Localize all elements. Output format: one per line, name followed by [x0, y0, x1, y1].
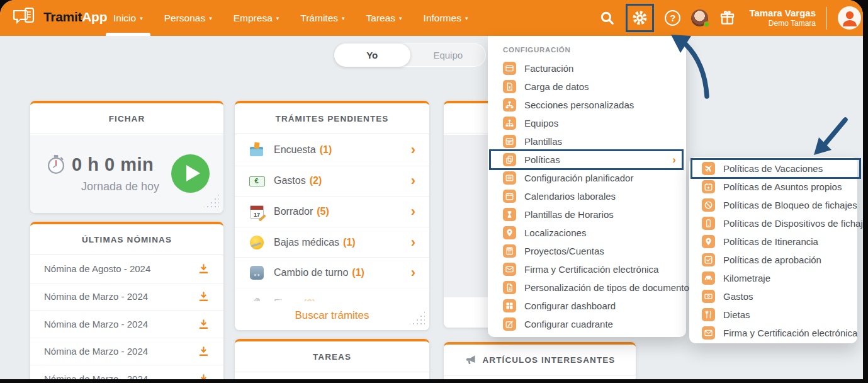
config-menu-item[interactable]: Facturación — [488, 59, 686, 77]
submenu-item[interactable]: Firma y Certificación electrónica — [689, 324, 857, 342]
menu-item-icon — [503, 226, 516, 239]
chevron-right-icon[interactable] — [411, 205, 415, 219]
view-toggle-option[interactable]: Equipo — [410, 43, 487, 67]
nomina-row[interactable]: Nómina de Marzo - 2024 — [30, 310, 223, 338]
tramite-row[interactable]: Bajas médicas (1) — [235, 227, 429, 258]
menu-item-icon — [503, 171, 516, 185]
download-icon[interactable] — [198, 263, 210, 275]
config-menu-item[interactable]: Plantillas de Horarios — [488, 205, 686, 224]
brand-logo[interactable]: TramitApp — [11, 5, 107, 29]
view-toggle-option[interactable]: Yo — [334, 43, 410, 67]
config-menu-item[interactable]: Políticas › — [488, 151, 686, 169]
chevron-right-icon[interactable] — [411, 236, 415, 249]
fichar-card: FICHAR 0 h 0 min Jornada de hoy — [30, 101, 223, 213]
tramite-row[interactable]: Cambio de turno (1) — [235, 257, 429, 288]
tramite-row[interactable]: Firma (2) — [235, 288, 429, 301]
buscar-tramites-link[interactable]: Buscar trámites — [295, 309, 369, 322]
search-icon[interactable] — [599, 10, 615, 26]
menu-item-icon — [503, 190, 516, 203]
avatar[interactable] — [838, 6, 861, 30]
submenu-item-icon — [702, 326, 715, 340]
submenu-item[interactable]: Políticas de Dispositivos de fichajes — [689, 214, 857, 232]
submenu-item[interactable]: Kilometraje — [689, 269, 857, 287]
menu-item-label: Calendarios laborales — [524, 191, 616, 202]
config-menu-item[interactable]: Equipos — [488, 114, 686, 132]
tramite-label: Borrador — [274, 206, 313, 217]
tareas-card-title: TAREAS — [235, 341, 429, 372]
user-subtitle: Demo Tamara — [749, 19, 816, 28]
config-menu-item[interactable]: Configurar cuadrante — [488, 315, 686, 333]
submenu-item-label: Dietas — [723, 309, 750, 320]
nav-item[interactable]: Trámites — [290, 0, 355, 36]
config-menu-item[interactable]: Localizaciones — [488, 224, 686, 242]
user-block[interactable]: Tamara Vargas Demo Tamara — [749, 8, 816, 29]
nomina-row[interactable]: Nómina de Marzo - 2024 — [30, 283, 223, 311]
menu-item-icon — [503, 299, 516, 312]
config-menu-item[interactable]: Plantillas — [488, 132, 686, 151]
tramite-count: (1) — [320, 144, 332, 156]
menu-item-label: Plantillas de Horarios — [524, 209, 614, 220]
tramite-row[interactable]: Encuesta (1) — [235, 135, 429, 166]
config-menu-item[interactable]: Carga de datos — [488, 77, 686, 96]
tramite-row[interactable]: Borrador (5) — [235, 196, 429, 227]
submenu-item[interactable]: Políticas de Bloqueo de fichajes — [689, 196, 857, 214]
config-menu-item[interactable]: Configurar dashboard — [488, 297, 686, 315]
submenu-item-icon — [702, 253, 715, 266]
chevron-right-icon[interactable] — [411, 143, 415, 157]
nomina-label: Nómina de Agosto - 2024 — [44, 263, 150, 274]
download-icon[interactable] — [198, 345, 210, 357]
config-menu-item[interactable]: Firma y Certificación electrónica — [488, 260, 686, 278]
menu-item-label: Plantillas — [524, 136, 562, 147]
chevron-right-icon[interactable] — [411, 297, 415, 301]
tramite-icon — [249, 142, 265, 158]
submenu-item[interactable]: Políticas de aprobación — [689, 251, 857, 269]
nav-item[interactable]: Informes — [413, 0, 479, 36]
menu-item-label: Firma y Certificación electrónica — [524, 264, 658, 275]
submenu-item-icon — [702, 217, 715, 230]
submenu-item[interactable]: Políticas de Vacaciones — [689, 159, 857, 178]
chevron-right-icon[interactable] — [411, 266, 415, 280]
config-menu-list: Facturación Carga de datos Secciones per… — [488, 59, 686, 333]
tramite-icon — [249, 234, 265, 251]
gift-icon[interactable] — [719, 9, 736, 26]
tramite-icon — [249, 265, 265, 281]
submenu-item[interactable]: Gastos — [689, 287, 857, 306]
nav-item[interactable]: Personas — [154, 0, 223, 36]
nav-item[interactable]: Tareas — [356, 0, 413, 36]
nomina-row[interactable]: Nómina de Marzo - 2024 — [30, 365, 223, 379]
submenu-item[interactable]: Políticas de Itinerancia — [689, 232, 857, 251]
chevron-right-icon[interactable] — [411, 174, 415, 188]
nomina-row[interactable]: Nómina de Marzo - 2024 — [30, 338, 223, 365]
navbar-right-cluster: ? Tamara Vargas Demo Tamara — [599, 0, 861, 36]
config-menu-item[interactable]: Proyectos/Cuentas — [488, 242, 686, 260]
view-toggle-label: Equipo — [433, 50, 463, 60]
nomina-row[interactable]: Nómina de Agosto - 2024 — [30, 255, 223, 283]
settings-gear-icon[interactable] — [626, 4, 654, 32]
download-icon[interactable] — [198, 373, 210, 379]
megaphone-icon — [465, 353, 477, 366]
nav-item[interactable]: Empresa — [223, 0, 290, 36]
config-menu-item[interactable]: Configuración planificador — [488, 169, 686, 187]
download-icon[interactable] — [198, 318, 210, 330]
view-toggle-label: Yo — [366, 50, 378, 60]
resize-grip[interactable] — [202, 193, 219, 209]
help-icon[interactable]: ? — [665, 10, 680, 26]
menu-item-label: Facturación — [524, 63, 573, 74]
support-avatar[interactable] — [691, 9, 708, 26]
config-menu-item[interactable]: Secciones personalizadas — [488, 96, 686, 114]
clock-in-play-button[interactable] — [171, 154, 210, 193]
download-icon[interactable] — [198, 290, 210, 302]
nav-item[interactable]: Inicio — [103, 0, 154, 36]
submenu-item[interactable]: Dietas — [689, 306, 857, 324]
tramite-row[interactable]: Gastos (2) — [235, 166, 429, 197]
menu-item-icon — [503, 244, 516, 258]
nav-item-label: Trámites — [300, 13, 338, 24]
submenu-item-icon — [702, 235, 715, 248]
config-menu-item[interactable]: Calendarios laborales — [488, 187, 686, 205]
resize-grip[interactable] — [408, 311, 425, 326]
tramite-icon — [249, 203, 265, 220]
menu-item-icon — [503, 263, 516, 276]
nav-item-label: Inicio — [113, 13, 136, 24]
config-menu-item[interactable]: Personalización de tipos de documentos — [488, 278, 686, 297]
submenu-item[interactable]: Políticas de Asuntos propios — [689, 178, 857, 196]
